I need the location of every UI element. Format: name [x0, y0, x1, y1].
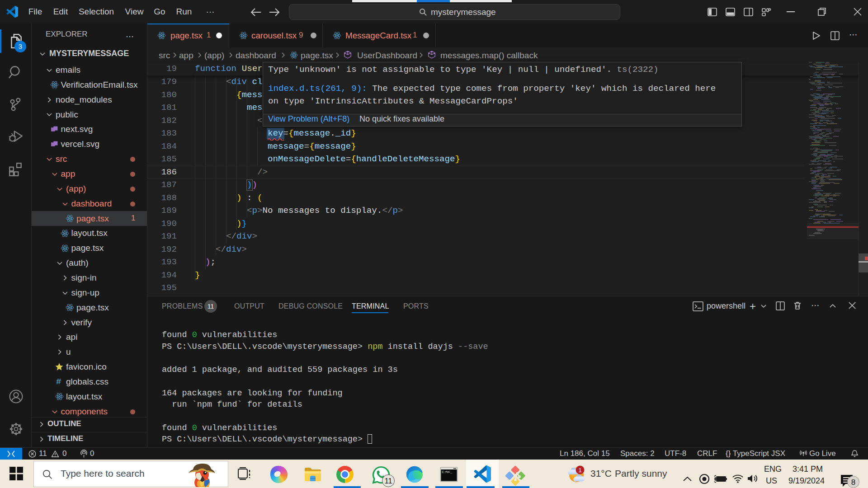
svg-text:1: 1 [578, 467, 581, 474]
